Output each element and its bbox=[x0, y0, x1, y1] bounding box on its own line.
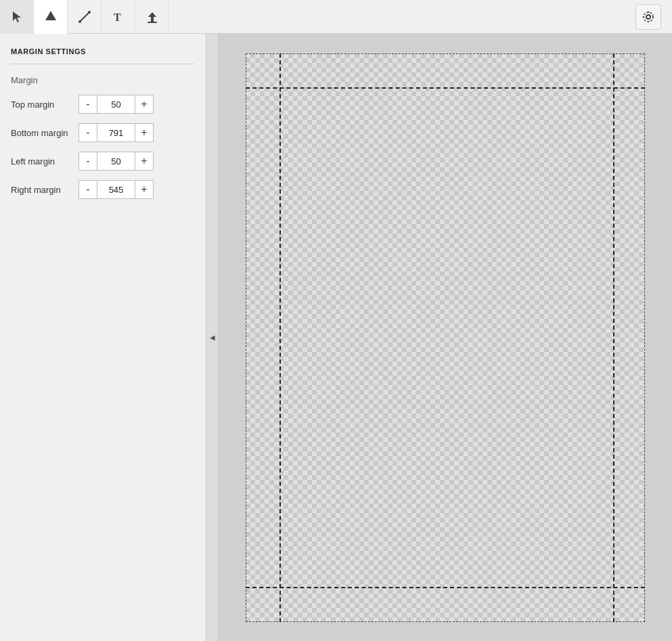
top-margin-line bbox=[246, 87, 645, 89]
left-margin-input[interactable] bbox=[97, 152, 135, 171]
line-icon bbox=[78, 10, 91, 24]
text-tool-button[interactable]: T bbox=[102, 0, 135, 34]
bottom-margin-line bbox=[246, 587, 645, 588]
svg-marker-0 bbox=[13, 12, 21, 22]
right-margin-label: Right margin bbox=[11, 185, 79, 195]
right-margin-input[interactable] bbox=[97, 180, 135, 199]
svg-point-2 bbox=[79, 20, 81, 23]
bottom-margin-row: Bottom margin - + bbox=[11, 123, 195, 142]
settings-button[interactable] bbox=[635, 4, 661, 30]
svg-marker-5 bbox=[148, 12, 156, 22]
bottom-margin-plus-button[interactable]: + bbox=[135, 123, 154, 142]
right-margin-minus-button[interactable]: - bbox=[79, 180, 97, 199]
top-margin-input[interactable] bbox=[97, 95, 135, 114]
line-tool-button[interactable] bbox=[68, 0, 102, 34]
canvas-wrapper bbox=[246, 53, 645, 622]
outer-top-border bbox=[246, 53, 645, 54]
top-margin-label: Top margin bbox=[11, 100, 79, 110]
sidebar: MARGIN SETTINGS Margin Top margin - + Bo… bbox=[0, 34, 206, 641]
top-margin-minus-button[interactable]: - bbox=[79, 95, 97, 114]
sidebar-divider bbox=[11, 64, 195, 64]
top-margin-controls: - + bbox=[79, 95, 154, 114]
bottom-margin-label: Bottom margin bbox=[11, 128, 79, 138]
svg-text:T: T bbox=[114, 12, 121, 23]
left-margin-label: Left margin bbox=[11, 156, 79, 167]
shape-icon bbox=[44, 9, 58, 23]
toolbar: T bbox=[0, 0, 672, 34]
outer-bottom-border bbox=[246, 621, 645, 622]
sidebar-title: MARGIN SETTINGS bbox=[11, 47, 195, 56]
svg-line-1 bbox=[80, 12, 89, 22]
right-margin-controls: - + bbox=[79, 180, 154, 199]
svg-point-7 bbox=[646, 15, 650, 19]
svg-point-8 bbox=[644, 12, 653, 22]
bottom-margin-controls: - + bbox=[79, 123, 154, 142]
top-margin-row: Top margin - + bbox=[11, 95, 195, 114]
gear-icon bbox=[642, 10, 655, 24]
outer-left-border bbox=[246, 53, 246, 622]
svg-point-3 bbox=[88, 11, 91, 14]
canvas-area bbox=[219, 34, 672, 641]
right-margin-plus-button[interactable]: + bbox=[135, 180, 154, 199]
margin-section-label: Margin bbox=[11, 75, 195, 85]
right-margin-line bbox=[613, 53, 614, 622]
svg-rect-6 bbox=[148, 22, 157, 23]
bottom-margin-input[interactable] bbox=[97, 123, 135, 142]
right-margin-row: Right margin - + bbox=[11, 180, 195, 199]
collapse-arrow-icon: ◀ bbox=[210, 334, 215, 341]
collapse-handle[interactable]: ◀ bbox=[206, 34, 219, 641]
outer-right-border bbox=[644, 53, 645, 622]
left-margin-plus-button[interactable]: + bbox=[135, 152, 154, 171]
bottom-margin-minus-button[interactable]: - bbox=[79, 123, 97, 142]
cursor-icon bbox=[10, 10, 24, 24]
upload-tool-button[interactable] bbox=[135, 0, 169, 34]
top-margin-plus-button[interactable]: + bbox=[135, 95, 154, 114]
left-margin-controls: - + bbox=[79, 152, 154, 171]
shape-tool-button[interactable] bbox=[34, 0, 68, 34]
left-margin-minus-button[interactable]: - bbox=[79, 152, 97, 171]
main-area: MARGIN SETTINGS Margin Top margin - + Bo… bbox=[0, 34, 672, 641]
left-margin-line bbox=[279, 53, 281, 622]
select-tool-button[interactable] bbox=[0, 0, 34, 34]
text-icon: T bbox=[112, 10, 125, 24]
upload-icon bbox=[145, 10, 159, 24]
canvas-background bbox=[246, 53, 645, 622]
left-margin-row: Left margin - + bbox=[11, 152, 195, 171]
